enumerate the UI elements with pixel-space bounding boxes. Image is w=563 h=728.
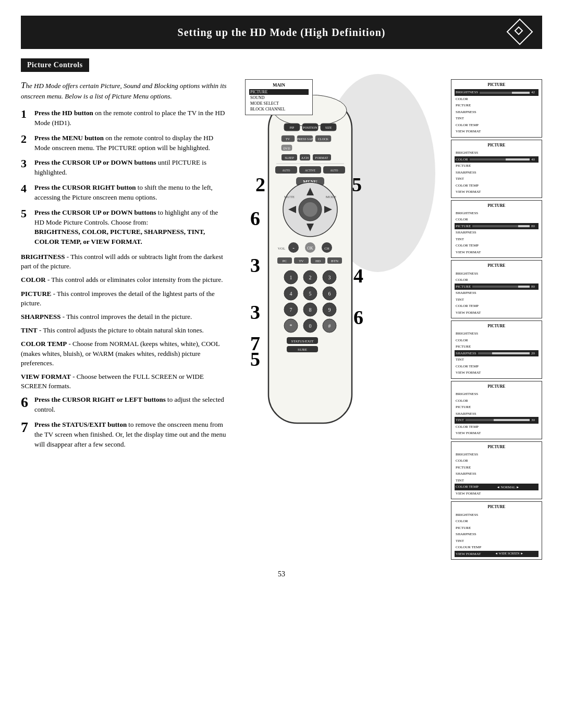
screen-thumb-picture: PICTURE BRIGHTNESS COLOR PICTURE 80 SHAR… <box>451 200 542 258</box>
step4-bold: Press the CURSOR RIGHT button <box>34 183 136 191</box>
main-menu-box: MAIN PICTURE SOUND MODE SELECT BLOCK CHA… <box>245 79 313 115</box>
screen-thumb-viewformat: PICTURE BRIGHTNESS COLOR PICTURE SHARPNE… <box>451 501 542 560</box>
screen-title-6: PICTURE <box>455 384 538 389</box>
main-menu-item-sound: SOUND <box>249 95 309 101</box>
s3-sharpness: SHARPNESS <box>455 229 538 236</box>
step-num-5: 5 <box>21 208 30 219</box>
svg-text:ACTIVE: ACTIVE <box>305 169 316 172</box>
svg-text:6: 6 <box>328 291 331 297</box>
svg-text:POSITION: POSITION <box>303 126 317 129</box>
controls-section: BRIGHTNESS - This control will adds or s… <box>21 252 229 391</box>
svg-text:3: 3 <box>250 254 260 276</box>
step5-controls: BRIGHTNESS, COLOR, PICTURE, SHARPNESS, T… <box>34 228 205 245</box>
main-menu-title: MAIN <box>249 82 309 88</box>
s6-color: COLOR <box>455 398 538 404</box>
step-4: 4 Press the CURSOR RIGHT button to shift… <box>21 183 229 203</box>
svg-text:STATUS/EXIT: STATUS/EXIT <box>291 339 314 343</box>
step5-bold: Press the CURSOR UP or DOWN buttons <box>34 208 156 216</box>
screen-thumb-color: PICTURE BRIGHTNESS COLOR 40 PICTURE SHAR… <box>451 140 542 198</box>
color-temp-label: COLOR TEMP <box>21 340 67 348</box>
svg-text:OK: OK <box>307 246 313 251</box>
screen-title-8: PICTURE <box>455 504 538 510</box>
screen-thumb-picture2: PICTURE BRIGHTNESS COLOR PICTURE 80 SHAR… <box>451 260 542 318</box>
step-content-3: Press the CURSOR UP or DOWN buttons unti… <box>34 158 229 178</box>
s2-picture: PICTURE <box>455 163 538 169</box>
step6-bold: Press the CURSOR RIGHT or LEFT buttons <box>34 396 166 403</box>
svg-text:AUTO: AUTO <box>330 169 338 172</box>
page: Setting up the HD Mode (High Definition)… <box>0 0 563 728</box>
screen-thumb-sharpness: PICTURE BRIGHTNESS COLOR PICTURE SHARPNE… <box>451 320 542 379</box>
control-sharpness: SHARPNESS - This control improves the de… <box>21 312 229 322</box>
step-content-2: Press the MENU button on the remote cont… <box>34 133 229 153</box>
s1-tint: TINT <box>455 115 538 122</box>
s5-color-temp: COLOR TEMP <box>455 363 538 370</box>
s1-sharpness: SHARPNESS <box>455 109 538 116</box>
s5-brightness: BRIGHTNESS <box>455 330 538 337</box>
svg-text:TV: TV <box>286 138 290 141</box>
svg-text:#: # <box>328 323 331 329</box>
right-column: MAIN PICTURE SOUND MODE SELECT BLOCK CHA… <box>235 79 542 560</box>
main-menu-item-mode-select: MODE SELECT <box>249 101 309 106</box>
svg-text:PIP: PIP <box>290 126 295 129</box>
page-title: Setting up the HD Mode (High Definition) <box>54 27 509 39</box>
screen1-brightness: BRIGHTNESS 42 <box>455 89 538 96</box>
s4-color-temp: COLOR TEMP <box>455 303 538 310</box>
s6-color-temp: COLOR TEMP <box>455 424 538 430</box>
s3-brightness: BRIGHTNESS <box>455 210 538 217</box>
intro-body: he HD Mode offers certain Picture, Sound… <box>21 82 227 100</box>
main-menu-item-picture: PICTURE <box>249 89 309 95</box>
s4-tint: TINT <box>455 297 538 303</box>
step3-bold: Press the CURSOR UP or DOWN buttons <box>34 158 156 166</box>
svg-text:SLEEP: SLEEP <box>285 156 294 159</box>
screen-title-7: PICTURE <box>455 444 538 450</box>
intro-text: The HD Mode offers certain Picture, Soun… <box>21 79 229 101</box>
svg-text:SOUND: SOUND <box>282 173 291 176</box>
svg-text:5: 5 <box>309 291 312 297</box>
svg-text:9: 9 <box>328 307 331 313</box>
view-format-label: VIEW FORMAT <box>21 373 71 380</box>
step1-bold: Press the HD button <box>34 109 93 117</box>
s8-picture: PICTURE <box>455 525 538 532</box>
control-picture: PICTURE - This control improves the deta… <box>21 289 229 308</box>
svg-text:BTN: BTN <box>331 259 338 263</box>
s7-brightness: BRIGHTNESS <box>455 451 538 458</box>
svg-text:8: 8 <box>309 307 312 313</box>
svg-text:A/CH: A/CH <box>301 156 309 159</box>
s7-tint: TINT <box>455 477 538 484</box>
step-content-1: Press the HD button on the remote contro… <box>34 108 229 128</box>
screen-thumb-brightness: PICTURE BRIGHTNESS 42 COLOR PICTURE SHAR… <box>451 79 542 138</box>
screen-title-3: PICTURE <box>455 203 538 208</box>
svg-text:4: 4 <box>353 265 363 287</box>
step-6: 6 Press the CURSOR RIGHT or LEFT buttons… <box>21 395 229 415</box>
s2-sharpness: SHARPNESS <box>455 169 538 176</box>
svg-text:0: 0 <box>309 323 312 329</box>
page-number: 53 <box>21 570 542 578</box>
screen-title-1: PICTURE <box>455 82 538 88</box>
svg-text:DVD: DVD <box>284 147 291 150</box>
left-column: The HD Mode offers certain Picture, Soun… <box>21 79 235 560</box>
s1-view-format: VIEW FORMAT <box>455 128 538 135</box>
s4-brightness: BRIGHTNESS <box>455 270 538 277</box>
s6-view-format: VIEW FORMAT <box>455 430 538 437</box>
control-view-format: VIEW FORMAT - Choose between the FULL SC… <box>21 372 229 391</box>
main-menu-item-block-channel: BLOCK CHANNEL <box>249 106 309 112</box>
s8-sharpness: SHARPNESS <box>455 531 538 538</box>
s1-color-temp: COLOR TEMP <box>455 122 538 129</box>
tint-label: TINT <box>21 326 38 334</box>
svg-text:SURE: SURE <box>298 348 307 352</box>
svg-text:MODE: MODE <box>326 195 337 199</box>
s8-view-format: VIEW FORMAT ◄ WIDE SCREEN ► <box>455 551 538 558</box>
step-num-1: 1 <box>21 108 30 120</box>
svg-text:*: * <box>290 323 292 329</box>
step7-bold: Press the STATUS/EXIT button <box>34 421 127 428</box>
step-3: 3 Press the CURSOR UP or DOWN buttons un… <box>21 158 229 178</box>
svg-text:2: 2 <box>255 174 265 195</box>
svg-text:6: 6 <box>250 207 260 229</box>
brightness-label: BRIGHTNESS <box>21 253 65 261</box>
s4-picture: PICTURE 80 <box>455 283 538 290</box>
step2-bold: Press the MENU button <box>34 134 104 142</box>
svg-text:VOL: VOL <box>278 246 285 251</box>
step-7: 7 Press the STATUS/EXIT button to remove… <box>21 420 229 450</box>
step-2: 2 Press the MENU button on the remote co… <box>21 133 229 153</box>
svg-text:3: 3 <box>328 275 331 280</box>
